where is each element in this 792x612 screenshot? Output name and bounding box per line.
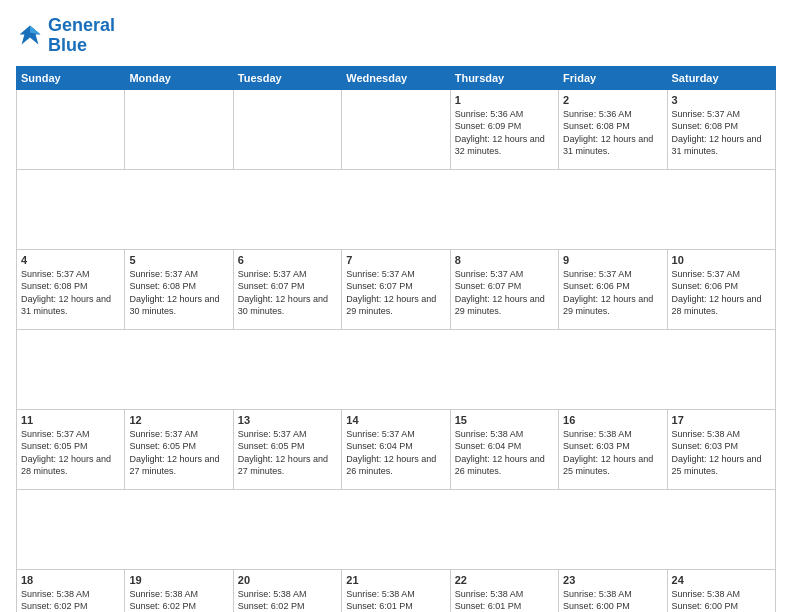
- day-number: 23: [563, 574, 662, 586]
- day-of-week-header: Monday: [125, 66, 233, 89]
- day-info: Sunrise: 5:38 AM Sunset: 6:04 PM Dayligh…: [455, 428, 554, 478]
- day-number: 21: [346, 574, 445, 586]
- day-of-week-header: Sunday: [17, 66, 125, 89]
- week-row: 1Sunrise: 5:36 AM Sunset: 6:09 PM Daylig…: [17, 89, 776, 169]
- logo-text: General Blue: [48, 16, 115, 56]
- day-info: Sunrise: 5:37 AM Sunset: 6:06 PM Dayligh…: [672, 268, 771, 318]
- calendar-cell: 23Sunrise: 5:38 AM Sunset: 6:00 PM Dayli…: [559, 569, 667, 612]
- calendar-header-row: SundayMondayTuesdayWednesdayThursdayFrid…: [17, 66, 776, 89]
- calendar-cell: 5Sunrise: 5:37 AM Sunset: 6:08 PM Daylig…: [125, 249, 233, 329]
- day-number: 13: [238, 414, 337, 426]
- day-of-week-header: Friday: [559, 66, 667, 89]
- day-info: Sunrise: 5:37 AM Sunset: 6:05 PM Dayligh…: [238, 428, 337, 478]
- day-of-week-header: Tuesday: [233, 66, 341, 89]
- week-row: 11Sunrise: 5:37 AM Sunset: 6:05 PM Dayli…: [17, 409, 776, 489]
- day-number: 14: [346, 414, 445, 426]
- day-info: Sunrise: 5:37 AM Sunset: 6:06 PM Dayligh…: [563, 268, 662, 318]
- day-number: 7: [346, 254, 445, 266]
- calendar-cell: 1Sunrise: 5:36 AM Sunset: 6:09 PM Daylig…: [450, 89, 558, 169]
- day-number: 11: [21, 414, 120, 426]
- calendar-cell: 19Sunrise: 5:38 AM Sunset: 6:02 PM Dayli…: [125, 569, 233, 612]
- day-info: Sunrise: 5:36 AM Sunset: 6:08 PM Dayligh…: [563, 108, 662, 158]
- week-row: 4Sunrise: 5:37 AM Sunset: 6:08 PM Daylig…: [17, 249, 776, 329]
- page-header: General Blue: [16, 16, 776, 56]
- week-separator: [17, 329, 776, 409]
- day-number: 24: [672, 574, 771, 586]
- calendar-cell: 10Sunrise: 5:37 AM Sunset: 6:06 PM Dayli…: [667, 249, 775, 329]
- calendar-cell: 18Sunrise: 5:38 AM Sunset: 6:02 PM Dayli…: [17, 569, 125, 612]
- day-of-week-header: Thursday: [450, 66, 558, 89]
- calendar-cell: 17Sunrise: 5:38 AM Sunset: 6:03 PM Dayli…: [667, 409, 775, 489]
- calendar-cell: 20Sunrise: 5:38 AM Sunset: 6:02 PM Dayli…: [233, 569, 341, 612]
- day-info: Sunrise: 5:37 AM Sunset: 6:07 PM Dayligh…: [238, 268, 337, 318]
- calendar-cell: [342, 89, 450, 169]
- day-info: Sunrise: 5:38 AM Sunset: 6:03 PM Dayligh…: [672, 428, 771, 478]
- day-info: Sunrise: 5:38 AM Sunset: 6:01 PM Dayligh…: [346, 588, 445, 612]
- calendar-cell: 22Sunrise: 5:38 AM Sunset: 6:01 PM Dayli…: [450, 569, 558, 612]
- day-number: 19: [129, 574, 228, 586]
- day-number: 20: [238, 574, 337, 586]
- day-info: Sunrise: 5:38 AM Sunset: 6:02 PM Dayligh…: [129, 588, 228, 612]
- calendar-cell: 13Sunrise: 5:37 AM Sunset: 6:05 PM Dayli…: [233, 409, 341, 489]
- calendar-cell: 7Sunrise: 5:37 AM Sunset: 6:07 PM Daylig…: [342, 249, 450, 329]
- calendar-cell: [17, 89, 125, 169]
- calendar-cell: 12Sunrise: 5:37 AM Sunset: 6:05 PM Dayli…: [125, 409, 233, 489]
- calendar-cell: 16Sunrise: 5:38 AM Sunset: 6:03 PM Dayli…: [559, 409, 667, 489]
- day-info: Sunrise: 5:37 AM Sunset: 6:04 PM Dayligh…: [346, 428, 445, 478]
- week-separator: [17, 169, 776, 249]
- logo: General Blue: [16, 16, 115, 56]
- calendar-cell: [233, 89, 341, 169]
- day-number: 9: [563, 254, 662, 266]
- day-number: 17: [672, 414, 771, 426]
- calendar-cell: 21Sunrise: 5:38 AM Sunset: 6:01 PM Dayli…: [342, 569, 450, 612]
- week-separator: [17, 489, 776, 569]
- calendar-cell: 3Sunrise: 5:37 AM Sunset: 6:08 PM Daylig…: [667, 89, 775, 169]
- calendar-cell: 9Sunrise: 5:37 AM Sunset: 6:06 PM Daylig…: [559, 249, 667, 329]
- day-number: 2: [563, 94, 662, 106]
- day-number: 10: [672, 254, 771, 266]
- day-number: 6: [238, 254, 337, 266]
- week-row: 18Sunrise: 5:38 AM Sunset: 6:02 PM Dayli…: [17, 569, 776, 612]
- day-number: 4: [21, 254, 120, 266]
- day-info: Sunrise: 5:37 AM Sunset: 6:05 PM Dayligh…: [21, 428, 120, 478]
- day-info: Sunrise: 5:37 AM Sunset: 6:08 PM Dayligh…: [672, 108, 771, 158]
- calendar-cell: 8Sunrise: 5:37 AM Sunset: 6:07 PM Daylig…: [450, 249, 558, 329]
- day-info: Sunrise: 5:38 AM Sunset: 6:00 PM Dayligh…: [672, 588, 771, 612]
- day-info: Sunrise: 5:38 AM Sunset: 6:02 PM Dayligh…: [21, 588, 120, 612]
- day-info: Sunrise: 5:36 AM Sunset: 6:09 PM Dayligh…: [455, 108, 554, 158]
- day-info: Sunrise: 5:38 AM Sunset: 6:00 PM Dayligh…: [563, 588, 662, 612]
- calendar-cell: [125, 89, 233, 169]
- day-number: 15: [455, 414, 554, 426]
- day-number: 22: [455, 574, 554, 586]
- day-of-week-header: Wednesday: [342, 66, 450, 89]
- day-number: 5: [129, 254, 228, 266]
- day-info: Sunrise: 5:37 AM Sunset: 6:08 PM Dayligh…: [21, 268, 120, 318]
- calendar-cell: 6Sunrise: 5:37 AM Sunset: 6:07 PM Daylig…: [233, 249, 341, 329]
- calendar-cell: 24Sunrise: 5:38 AM Sunset: 6:00 PM Dayli…: [667, 569, 775, 612]
- day-number: 16: [563, 414, 662, 426]
- day-info: Sunrise: 5:37 AM Sunset: 6:05 PM Dayligh…: [129, 428, 228, 478]
- day-info: Sunrise: 5:38 AM Sunset: 6:03 PM Dayligh…: [563, 428, 662, 478]
- day-info: Sunrise: 5:37 AM Sunset: 6:07 PM Dayligh…: [455, 268, 554, 318]
- day-number: 1: [455, 94, 554, 106]
- calendar-cell: 4Sunrise: 5:37 AM Sunset: 6:08 PM Daylig…: [17, 249, 125, 329]
- day-number: 12: [129, 414, 228, 426]
- logo-icon: [16, 22, 44, 50]
- day-of-week-header: Saturday: [667, 66, 775, 89]
- calendar-cell: 11Sunrise: 5:37 AM Sunset: 6:05 PM Dayli…: [17, 409, 125, 489]
- day-info: Sunrise: 5:37 AM Sunset: 6:07 PM Dayligh…: [346, 268, 445, 318]
- calendar-cell: 14Sunrise: 5:37 AM Sunset: 6:04 PM Dayli…: [342, 409, 450, 489]
- day-number: 18: [21, 574, 120, 586]
- day-info: Sunrise: 5:38 AM Sunset: 6:02 PM Dayligh…: [238, 588, 337, 612]
- calendar-table: SundayMondayTuesdayWednesdayThursdayFrid…: [16, 66, 776, 612]
- calendar-cell: 2Sunrise: 5:36 AM Sunset: 6:08 PM Daylig…: [559, 89, 667, 169]
- day-number: 8: [455, 254, 554, 266]
- calendar-cell: 15Sunrise: 5:38 AM Sunset: 6:04 PM Dayli…: [450, 409, 558, 489]
- day-info: Sunrise: 5:37 AM Sunset: 6:08 PM Dayligh…: [129, 268, 228, 318]
- day-number: 3: [672, 94, 771, 106]
- day-info: Sunrise: 5:38 AM Sunset: 6:01 PM Dayligh…: [455, 588, 554, 612]
